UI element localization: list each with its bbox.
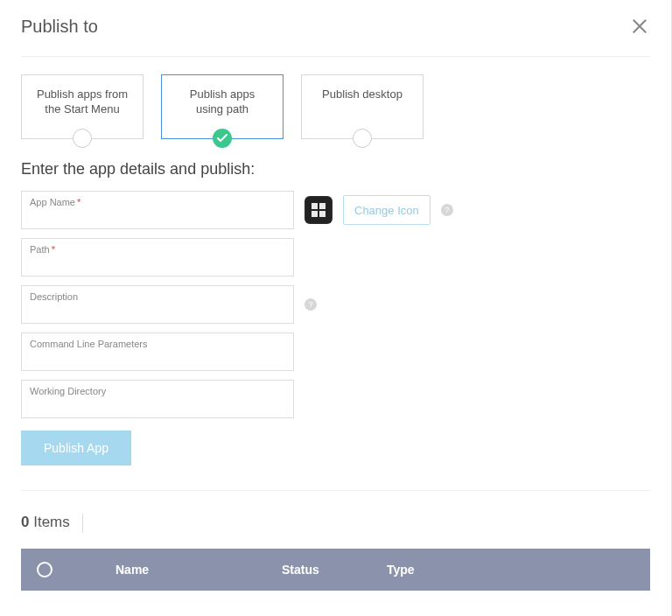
section-divider bbox=[21, 490, 650, 491]
items-count: 0 Items bbox=[21, 514, 650, 533]
option-start-menu[interactable]: Publish apps from the Start Menu bbox=[21, 74, 144, 139]
option-label: Publish apps bbox=[190, 88, 255, 101]
cli-params-field[interactable]: Command Line Parameters bbox=[21, 332, 294, 371]
change-icon-button[interactable]: Change Icon bbox=[343, 195, 430, 225]
svg-rect-0 bbox=[312, 203, 318, 209]
option-label: the Start Menu bbox=[45, 102, 119, 116]
section-heading: Enter the app details and publish: bbox=[21, 160, 650, 178]
column-status[interactable]: Status bbox=[282, 563, 387, 577]
field-label: App Name* bbox=[30, 197, 80, 207]
working-dir-field[interactable]: Working Directory bbox=[21, 380, 294, 418]
field-label: Path* bbox=[30, 244, 55, 255]
check-icon bbox=[217, 134, 228, 143]
app-name-input[interactable] bbox=[30, 211, 285, 227]
publish-app-button[interactable]: Publish App bbox=[21, 430, 131, 466]
help-icon[interactable]: ? bbox=[441, 204, 453, 216]
option-label: Publish apps from bbox=[37, 88, 128, 101]
option-label: using path bbox=[196, 102, 248, 116]
windows-icon bbox=[311, 202, 326, 218]
page-title: Publish to bbox=[21, 17, 98, 37]
field-label: Working Directory bbox=[30, 386, 106, 396]
svg-rect-1 bbox=[319, 203, 326, 209]
app-icon-preview bbox=[304, 196, 332, 224]
field-label: Command Line Parameters bbox=[30, 339, 148, 349]
radio-indicator bbox=[73, 129, 92, 148]
description-input[interactable] bbox=[30, 305, 285, 321]
radio-indicator-checked bbox=[213, 129, 232, 148]
app-name-field[interactable]: App Name* bbox=[21, 191, 294, 229]
option-using-path[interactable]: Publish apps using path bbox=[161, 74, 284, 139]
table-header: Name Status Type bbox=[21, 549, 650, 591]
select-all-checkbox[interactable] bbox=[37, 562, 116, 578]
column-name[interactable]: Name bbox=[116, 563, 282, 577]
field-label: Description bbox=[30, 291, 78, 302]
option-publish-desktop[interactable]: Publish desktop bbox=[301, 74, 424, 139]
svg-rect-3 bbox=[319, 211, 326, 217]
path-input[interactable] bbox=[30, 258, 285, 274]
svg-rect-2 bbox=[312, 211, 318, 217]
working-dir-input[interactable] bbox=[30, 400, 285, 416]
description-field[interactable]: Description bbox=[21, 285, 294, 324]
option-label: Publish desktop bbox=[322, 88, 402, 101]
path-field[interactable]: Path* bbox=[21, 238, 294, 276]
close-icon bbox=[631, 18, 648, 35]
close-button[interactable] bbox=[629, 16, 650, 37]
radio-indicator bbox=[353, 129, 372, 148]
column-type[interactable]: Type bbox=[387, 563, 634, 577]
help-icon[interactable]: ? bbox=[304, 298, 317, 311]
cli-params-input[interactable] bbox=[30, 353, 285, 368]
